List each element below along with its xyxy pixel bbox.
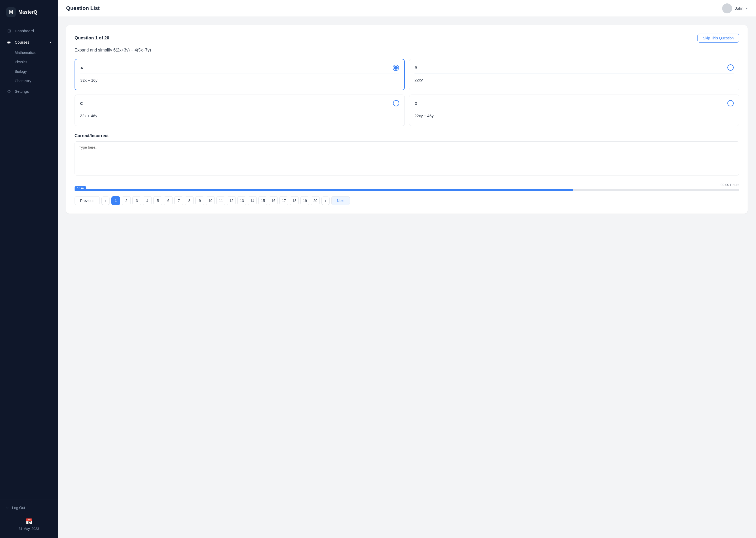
option-b[interactable]: B 22xy: [409, 59, 739, 90]
feedback-input[interactable]: [74, 141, 739, 176]
sidebar-item-settings[interactable]: ⚙ Settings: [0, 86, 58, 97]
page-4[interactable]: 4: [143, 196, 152, 205]
sidebar-sub-label-mathematics: Mathematics: [15, 50, 35, 55]
logo-icon: M: [6, 7, 16, 17]
page-13[interactable]: 13: [237, 196, 246, 205]
option-d-radio: [728, 100, 734, 106]
feedback-section: Correct/Incorrect: [74, 134, 739, 177]
page-10[interactable]: 10: [206, 196, 215, 205]
option-a-radio: [393, 65, 399, 71]
page-title: Question List: [66, 5, 100, 11]
settings-icon: ⚙: [6, 89, 12, 94]
sidebar-item-label-dashboard: Dashboard: [15, 28, 34, 33]
question-number: Question 1 of 20: [74, 35, 109, 41]
option-c-header: C: [80, 100, 399, 109]
avatar: [722, 3, 732, 13]
question-card: Question 1 of 20 Skip This Question Expa…: [66, 25, 748, 214]
option-d-letter: D: [414, 101, 417, 106]
page-16[interactable]: 16: [269, 196, 278, 205]
timer-label: 02:00 Hours: [721, 183, 739, 187]
question-header: Question 1 of 20 Skip This Question: [74, 34, 739, 42]
timer-row: 02:00 Hours: [74, 183, 739, 187]
pagination: Previous ‹ 1 2 3 4 5 6 7 8 9 10 11 12 13…: [74, 196, 739, 205]
option-c[interactable]: C 32x + 46y: [74, 94, 405, 126]
topbar: Question List John ▾: [58, 0, 756, 17]
progress-bar-fill: [74, 189, 573, 191]
option-b-letter: B: [414, 65, 417, 70]
question-text: Expand and simplify 6(2x+3y) + 4(5x−7y): [74, 48, 739, 53]
page-8[interactable]: 8: [185, 196, 194, 205]
page-11[interactable]: 11: [216, 196, 225, 205]
page-20[interactable]: 20: [311, 196, 320, 205]
skip-question-button[interactable]: Skip This Question: [697, 34, 739, 42]
sidebar-item-physics[interactable]: Physics: [0, 57, 58, 67]
page-12[interactable]: 12: [227, 196, 236, 205]
sidebar-sub-label-chemistry: Chemistry: [15, 79, 31, 83]
option-a-letter: A: [80, 66, 83, 70]
option-b-header: B: [414, 64, 734, 74]
chevron-down-icon: ▾: [746, 7, 748, 10]
option-d-header: D: [414, 100, 734, 109]
page-2[interactable]: 2: [122, 196, 131, 205]
calendar-icon: 📅: [25, 518, 32, 525]
dashboard-icon: ⊞: [6, 28, 12, 33]
app-logo: M MasterQ: [0, 0, 58, 23]
date-label: 31 May, 2023: [19, 527, 39, 531]
page-1[interactable]: 1: [111, 196, 120, 205]
page-9[interactable]: 9: [195, 196, 204, 205]
page-6[interactable]: 6: [164, 196, 173, 205]
sidebar-item-label-courses: Courses: [15, 40, 29, 44]
page-7[interactable]: 7: [174, 196, 183, 205]
sidebar-sub-label-biology: Biology: [15, 69, 27, 74]
app-name: MasterQ: [19, 10, 37, 15]
option-b-value: 22xy: [414, 77, 734, 82]
page-18[interactable]: 18: [290, 196, 299, 205]
sidebar-item-dashboard[interactable]: ⊞ Dashboard: [0, 25, 58, 36]
logout-button[interactable]: ↩ Log Out: [6, 504, 51, 512]
user-menu[interactable]: John ▾: [722, 3, 748, 13]
sidebar-date: 📅 31 May, 2023: [6, 518, 51, 531]
feedback-title: Correct/Incorrect: [74, 134, 739, 138]
option-c-radio: [393, 100, 399, 106]
pagination-prev-arrow[interactable]: ‹: [101, 196, 110, 205]
option-c-value: 32x + 46y: [80, 112, 399, 118]
options-grid: A 32x − 10y B 22xy C: [74, 59, 739, 126]
page-17[interactable]: 17: [279, 196, 288, 205]
option-a[interactable]: A 32x − 10y: [74, 59, 405, 90]
sidebar: M MasterQ ⊞ Dashboard ◉ Courses ▾ Mathem…: [0, 0, 58, 538]
courses-icon: ◉: [6, 40, 12, 45]
option-b-radio: [728, 64, 734, 71]
option-d[interactable]: D 22xy − 46y: [409, 94, 739, 126]
sidebar-bottom: ↩ Log Out 📅 31 May, 2023: [0, 499, 58, 538]
sidebar-item-label-settings: Settings: [15, 89, 29, 93]
progress-pill: 15 m: [74, 186, 86, 190]
content-area: Question 1 of 20 Skip This Question Expa…: [58, 17, 756, 538]
progress-bar: 15 m: [74, 189, 739, 191]
user-name: John: [735, 6, 743, 11]
sidebar-item-courses[interactable]: ◉ Courses ▾: [0, 36, 58, 48]
option-c-letter: C: [80, 101, 83, 106]
sidebar-item-chemistry[interactable]: Chemistry: [0, 76, 58, 86]
option-a-value: 32x − 10y: [80, 77, 399, 82]
main-content: Question List John ▾ Question 1 of 20 Sk…: [58, 0, 756, 538]
page-3[interactable]: 3: [132, 196, 141, 205]
page-19[interactable]: 19: [300, 196, 309, 205]
page-5[interactable]: 5: [153, 196, 162, 205]
chevron-down-icon: ▾: [50, 40, 51, 44]
previous-button[interactable]: Previous: [74, 196, 100, 205]
sidebar-nav: ⊞ Dashboard ◉ Courses ▾ Mathematics Phys…: [0, 23, 58, 499]
sidebar-item-biology[interactable]: Biology: [0, 67, 58, 76]
logout-label: Log Out: [12, 506, 25, 510]
sidebar-sub-label-physics: Physics: [15, 60, 27, 64]
option-d-value: 22xy − 46y: [414, 112, 734, 118]
next-button[interactable]: Next: [331, 196, 350, 205]
page-15[interactable]: 15: [258, 196, 267, 205]
sidebar-item-mathematics[interactable]: Mathematics: [0, 48, 58, 57]
pagination-next-arrow[interactable]: ›: [321, 196, 330, 205]
page-14[interactable]: 14: [248, 196, 257, 205]
option-a-header: A: [80, 65, 399, 74]
logout-icon: ↩: [6, 506, 10, 510]
